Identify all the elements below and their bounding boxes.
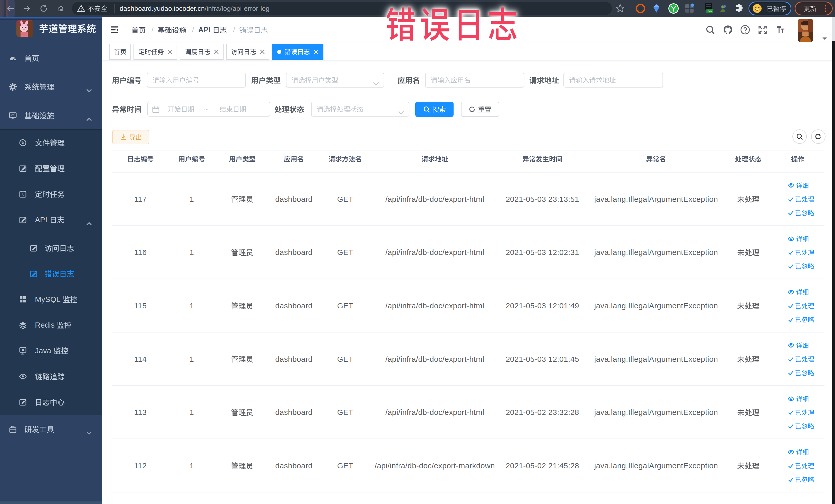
svg-text:on: on (708, 9, 712, 13)
